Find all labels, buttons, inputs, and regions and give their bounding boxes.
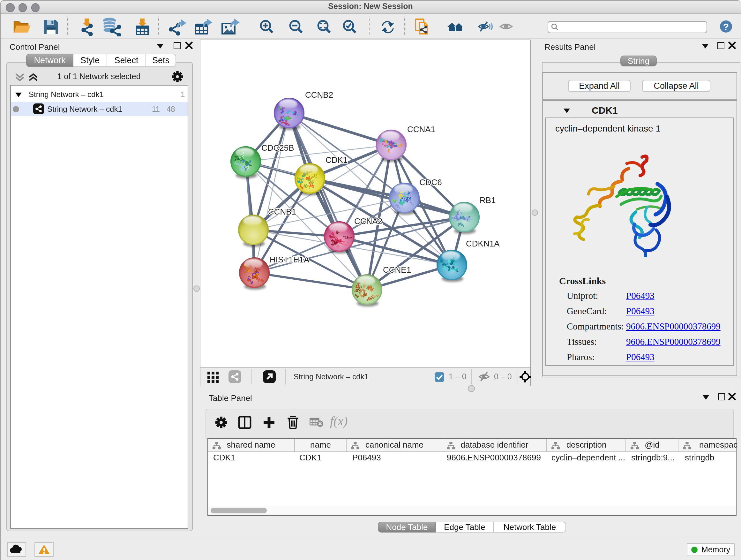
svg-text:CCNA1: CCNA1 <box>407 125 435 134</box>
svg-text:HIST1H1A: HIST1H1A <box>270 255 310 264</box>
svg-text:RB1: RB1 <box>480 195 496 205</box>
svg-text:CDC6: CDC6 <box>419 178 442 187</box>
svg-text:CCNA2: CCNA2 <box>354 216 382 226</box>
svg-text:CDKN1A: CDKN1A <box>466 239 500 248</box>
svg-text:CCNE1: CCNE1 <box>383 265 411 274</box>
svg-text:CCNB2: CCNB2 <box>305 90 333 100</box>
svg-text:CDC25B: CDC25B <box>261 143 294 152</box>
svg-text:CDK1: CDK1 <box>326 155 347 165</box>
svg-text:CCNB1: CCNB1 <box>268 207 296 216</box>
